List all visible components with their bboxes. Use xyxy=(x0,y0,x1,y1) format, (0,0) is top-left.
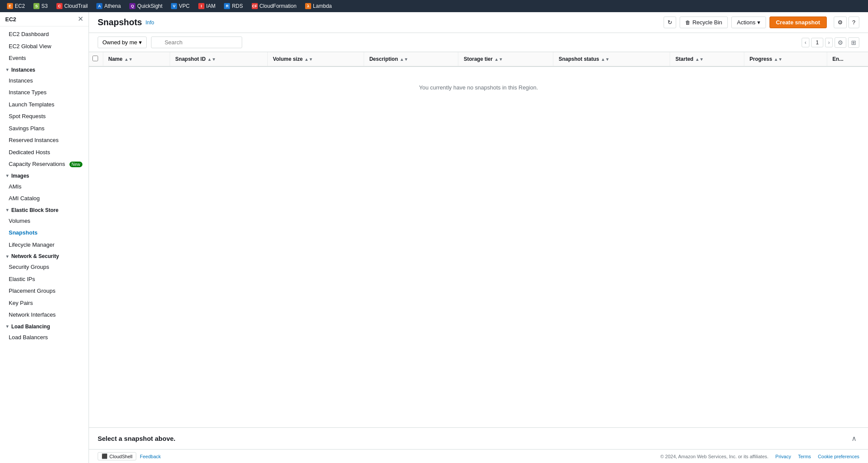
sidebar-section-lb[interactable]: ▼ Load Balancing xyxy=(0,321,89,331)
nav-item-rds[interactable]: R RDS xyxy=(220,2,246,10)
cookie-preferences-link[interactable]: Cookie preferences xyxy=(818,454,859,459)
sidebar-item-snapshots[interactable]: Snapshots xyxy=(0,227,89,239)
page-title-row: Snapshots Info xyxy=(98,17,154,27)
sidebar-item-spot-requests[interactable]: Spot Requests xyxy=(0,110,89,122)
sidebar-item-elastic-ips[interactable]: Elastic IPs xyxy=(0,273,89,285)
pagination-row: ‹ 1 › ⚙ ⊞ xyxy=(802,37,859,48)
nav-item-vpc[interactable]: V VPC xyxy=(168,2,193,10)
nav-item-cloudformation[interactable]: CF CloudFormation xyxy=(248,2,300,10)
sidebar-item-volumes[interactable]: Volumes xyxy=(0,215,89,227)
sidebar-item-launch-templates[interactable]: Launch Templates xyxy=(0,99,89,111)
settings-icon-button[interactable]: ⚙ xyxy=(834,17,847,28)
col-header-started: Started ▲▼ xyxy=(670,52,744,66)
refresh-icon: ↻ xyxy=(667,19,672,26)
sidebar-item-lifecycle-manager[interactable]: Lifecycle Manager xyxy=(0,239,89,251)
nav-item-iam[interactable]: I IAM xyxy=(195,2,219,10)
nav-label-quicksight: QuickSight xyxy=(137,3,162,9)
sidebar-item-capacity-reservations[interactable]: Capacity Reservations New xyxy=(0,158,89,170)
cloudshell-icon: ⬛ xyxy=(102,453,108,459)
sidebar-section-network[interactable]: ▼ Network & Security xyxy=(0,251,89,261)
prev-page-button[interactable]: ‹ xyxy=(802,38,809,47)
sidebar-nav: EC2 Dashboard EC2 Global View Events ▼ I… xyxy=(0,26,89,463)
sidebar-item-key-pairs[interactable]: Key Pairs xyxy=(0,297,89,309)
sidebar-section-ebs[interactable]: ▼ Elastic Block Store xyxy=(0,205,89,215)
next-page-button[interactable]: › xyxy=(825,38,833,47)
feedback-link[interactable]: Feedback xyxy=(140,454,161,459)
nav-item-s3[interactable]: S S3 xyxy=(30,2,51,10)
cloudformation-icon: CF xyxy=(252,3,258,9)
sidebar-item-events[interactable]: Events xyxy=(0,52,89,64)
help-icon-button[interactable]: ? xyxy=(848,17,859,28)
sidebar-item-reserved-instances[interactable]: Reserved Instances xyxy=(0,134,89,146)
sidebar-item-placement-groups[interactable]: Placement Groups xyxy=(0,285,89,297)
refresh-button[interactable]: ↻ xyxy=(664,17,676,28)
vpc-icon: V xyxy=(171,3,177,9)
sidebar-item-load-balancers[interactable]: Load Balancers xyxy=(0,331,89,344)
search-wrapper: 🔍 xyxy=(151,36,797,48)
content-area: Snapshots Info ↻ 🗑 Recycle Bin Actions ▾… xyxy=(89,12,868,463)
table-header: Name ▲▼ Snapshot ID ▲▼ V xyxy=(89,52,868,66)
sort-icon-name[interactable]: ▲▼ xyxy=(124,57,133,62)
sidebar-item-instances[interactable]: Instances xyxy=(0,75,89,87)
sidebar-item-ami-catalog[interactable]: AMI Catalog xyxy=(0,192,89,205)
nav-item-athena[interactable]: A Athena xyxy=(93,2,124,10)
page-title: Snapshots xyxy=(98,17,142,27)
chevron-down-icon: ▼ xyxy=(5,67,10,72)
chevron-down-icon: ▼ xyxy=(5,324,10,329)
sidebar-item-instance-types[interactable]: Instance Types xyxy=(0,86,89,99)
sidebar-item-network-interfaces[interactable]: Network Interfaces xyxy=(0,309,89,321)
sort-icon-progress[interactable]: ▲▼ xyxy=(774,57,783,62)
recycle-bin-button[interactable]: 🗑 Recycle Bin xyxy=(680,17,728,28)
bottom-panel: Select a snapshot above. ∧ xyxy=(89,427,868,449)
sidebar-item-ec2-global-view[interactable]: EC2 Global View xyxy=(0,40,89,53)
layout-button[interactable]: ⊞ xyxy=(848,37,859,48)
top-navigation: E EC2 S S3 C CloudTrail A Athena Q Quick… xyxy=(0,0,868,12)
chevron-down-icon: ▼ xyxy=(5,208,10,212)
new-badge: New xyxy=(69,162,82,167)
owned-by-dropdown[interactable]: Owned by me ▾ xyxy=(98,36,147,48)
s3-icon: S xyxy=(33,3,39,9)
col-header-progress: Progress ▲▼ xyxy=(744,52,827,66)
col-header-snapshot-id: Snapshot ID ▲▼ xyxy=(170,52,267,66)
search-input[interactable] xyxy=(151,36,242,48)
sidebar-section-images[interactable]: ▼ Images xyxy=(0,170,89,181)
select-all-checkbox[interactable] xyxy=(92,56,98,61)
sort-icon-started[interactable]: ▲▼ xyxy=(695,57,704,62)
sidebar-close-button[interactable]: ✕ xyxy=(78,16,83,23)
collapse-button[interactable]: ∧ xyxy=(849,433,859,443)
sidebar-item-amis[interactable]: AMIs xyxy=(0,181,89,193)
nav-item-quicksight[interactable]: Q QuickSight xyxy=(126,2,166,10)
sort-icon-storage-tier[interactable]: ▲▼ xyxy=(494,57,503,62)
sidebar-item-ec2-dashboard[interactable]: EC2 Dashboard xyxy=(0,28,89,40)
settings-icon: ⚙ xyxy=(838,19,843,26)
header-actions: ↻ 🗑 Recycle Bin Actions ▾ Create snapsho… xyxy=(664,17,859,28)
sidebar-item-dedicated-hosts[interactable]: Dedicated Hosts xyxy=(0,146,89,159)
right-icons: ⚙ ? xyxy=(834,17,859,28)
nav-item-ec2[interactable]: E EC2 xyxy=(3,2,28,10)
sidebar-item-security-groups[interactable]: Security Groups xyxy=(0,261,89,273)
create-snapshot-button[interactable]: Create snapshot xyxy=(769,17,827,28)
nav-item-lambda[interactable]: λ Lambda xyxy=(302,2,335,10)
info-link[interactable]: Info xyxy=(145,20,154,26)
table-body: You currently have no snapshots in this … xyxy=(89,66,868,108)
select-all-header xyxy=(89,52,103,66)
sidebar-item-savings-plans[interactable]: Savings Plans xyxy=(0,122,89,135)
sidebar-section-instances[interactable]: ▼ Instances xyxy=(0,64,89,75)
rds-icon: R xyxy=(224,3,230,9)
cloudshell-button[interactable]: ⬛ CloudShell xyxy=(98,452,136,460)
toolbar-row: Owned by me ▾ 🔍 ‹ 1 › ⚙ ⊞ xyxy=(89,33,868,52)
nav-label-rds: RDS xyxy=(232,3,243,9)
nav-label-athena: Athena xyxy=(104,3,121,9)
col-header-storage-tier: Storage tier ▲▼ xyxy=(458,52,553,66)
privacy-link[interactable]: Privacy xyxy=(776,454,791,459)
column-settings-button[interactable]: ⚙ xyxy=(835,37,846,48)
terms-link[interactable]: Terms xyxy=(798,454,811,459)
sort-icon-snapshot-status[interactable]: ▲▼ xyxy=(601,57,609,62)
nav-label-vpc: VPC xyxy=(179,3,190,9)
sort-icon-snapshot-id[interactable]: ▲▼ xyxy=(207,57,216,62)
nav-item-cloudtrail[interactable]: C CloudTrail xyxy=(53,2,91,10)
actions-button[interactable]: Actions ▾ xyxy=(731,17,766,28)
col-header-encrypted: En... xyxy=(827,52,868,66)
sort-icon-description[interactable]: ▲▼ xyxy=(400,57,408,62)
sort-icon-volume-size[interactable]: ▲▼ xyxy=(304,57,313,62)
